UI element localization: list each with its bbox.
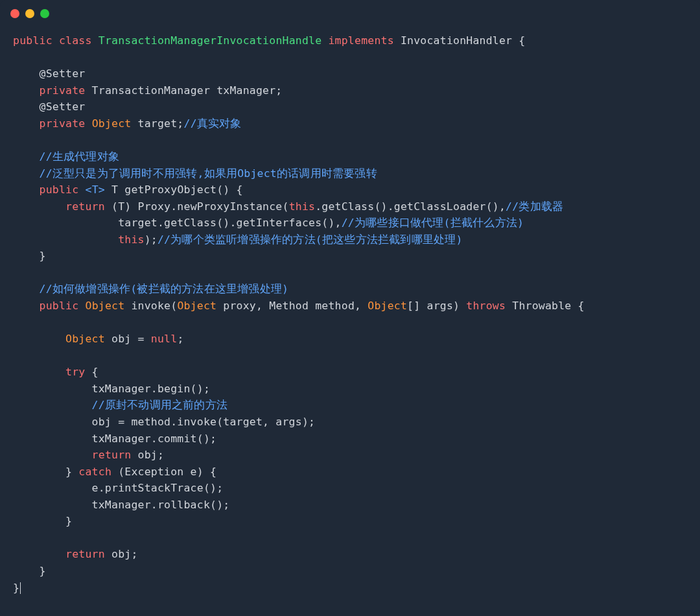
code-line	[13, 49, 687, 66]
code-token	[78, 184, 85, 196]
code-line: }	[13, 580, 687, 597]
code-token: <T>	[86, 184, 105, 196]
code-line: //如何做增强操作(被拦截的方法在这里增强处理)	[13, 281, 687, 298]
code-token: Object	[86, 300, 125, 312]
code-token	[13, 200, 65, 213]
code-token: //为哪个类监听增强操作的方法(把这些方法拦截到哪里处理)	[158, 233, 463, 246]
code-token	[13, 233, 118, 246]
code-token: T getProxyObject() {	[105, 184, 243, 196]
code-token	[13, 84, 40, 97]
code-token: //生成代理对象	[40, 150, 119, 163]
code-token: txManager.begin();	[13, 383, 210, 395]
code-line	[13, 314, 687, 331]
code-token: }	[13, 515, 72, 527]
code-token	[13, 333, 65, 345]
code-token: .getClass().getClassLoader(),	[315, 200, 506, 213]
code-line: return obj;	[13, 447, 687, 464]
code-token: this	[118, 233, 145, 246]
code-editor[interactable]: public class TransactionManagerInvocatio…	[0, 27, 700, 609]
code-line	[13, 530, 687, 547]
code-token: try	[65, 366, 85, 378]
code-token: );	[145, 233, 158, 246]
code-token: }	[13, 250, 46, 262]
maximize-icon[interactable]	[40, 9, 49, 18]
code-line: }	[13, 513, 687, 530]
code-token: @Setter	[13, 67, 85, 80]
code-token: e.printStackTrace();	[13, 482, 223, 494]
code-token: [] args)	[407, 300, 466, 312]
code-token: throws	[466, 300, 506, 312]
code-token	[13, 117, 40, 130]
code-line: }	[13, 248, 687, 265]
code-token: null	[151, 333, 178, 345]
code-token: }	[13, 582, 19, 594]
code-token: obj = method.invoke(target, args);	[13, 416, 315, 428]
code-line: private TransactionManager txManager;	[13, 82, 687, 99]
code-line: obj = method.invoke(target, args);	[13, 414, 687, 431]
code-token	[13, 167, 40, 180]
code-token: proxy, Method method,	[216, 300, 368, 312]
code-token: TransactionManagerInvocationHandle	[99, 34, 322, 47]
code-line	[13, 348, 687, 364]
code-token	[78, 300, 85, 312]
code-token	[13, 399, 92, 411]
code-token	[13, 300, 40, 312]
code-token: invoke(	[124, 300, 177, 312]
close-icon[interactable]	[10, 9, 19, 18]
code-token: //泛型只是为了调用时不用强转,如果用Object的话调用时需要强转	[40, 167, 377, 180]
code-token: txManager.rollback();	[13, 499, 229, 511]
minimize-icon[interactable]	[25, 9, 34, 18]
code-token: implements	[328, 34, 393, 47]
code-token: return	[92, 449, 132, 461]
titlebar	[0, 0, 700, 27]
code-token: target;	[131, 117, 183, 130]
code-token: Object	[92, 117, 132, 130]
code-token: Object	[177, 300, 216, 312]
code-token	[13, 548, 65, 560]
code-line: Object obj = null;	[13, 331, 687, 348]
code-line: txManager.begin();	[13, 381, 687, 397]
code-token	[321, 34, 328, 47]
code-line: public Object invoke(Object proxy, Metho…	[13, 298, 687, 314]
code-line: txManager.commit();	[13, 431, 687, 447]
code-token: txManager.commit();	[13, 432, 216, 445]
code-token: }	[13, 565, 46, 577]
code-token: private	[40, 117, 86, 130]
code-token: public	[13, 34, 52, 47]
code-token: //真实对象	[184, 117, 242, 130]
code-token: }	[13, 466, 78, 478]
code-line: private Object target;//真实对象	[13, 115, 687, 132]
code-line: return (T) Proxy.newProxyInstance(this.g…	[13, 198, 687, 215]
code-line: txManager.rollback();	[13, 497, 687, 514]
code-token: TransactionManager txManager;	[85, 84, 282, 97]
code-line: //泛型只是为了调用时不用强转,如果用Object的话调用时需要强转	[13, 165, 687, 182]
code-line: //生成代理对象	[13, 148, 687, 165]
code-token	[13, 150, 40, 163]
code-line: return obj;	[13, 546, 687, 563]
code-line	[13, 132, 687, 148]
code-token	[13, 366, 65, 378]
code-token: //为哪些接口做代理(拦截什么方法)	[342, 217, 524, 229]
code-token: ;	[177, 333, 183, 345]
code-token: {	[85, 366, 98, 378]
code-token: (T) Proxy.newProxyInstance(	[105, 200, 289, 213]
code-line: }	[13, 563, 687, 580]
code-token: Object	[65, 333, 105, 345]
code-line: public <T> T getProxyObject() {	[13, 182, 687, 198]
code-line	[13, 265, 687, 281]
code-token: class	[59, 34, 92, 47]
code-token: Object	[368, 300, 407, 312]
code-token: obj =	[105, 333, 151, 345]
code-token: Throwable {	[506, 300, 585, 312]
code-token: public	[40, 184, 79, 196]
code-window: public class TransactionManagerInvocatio…	[0, 0, 700, 616]
code-token: //类加载器	[506, 200, 563, 213]
code-token: obj;	[105, 548, 138, 560]
code-token: (Exception e) {	[111, 466, 216, 478]
code-token: obj;	[131, 449, 164, 461]
code-token	[13, 283, 40, 295]
code-token: //如何做增强操作(被拦截的方法在这里增强处理)	[40, 283, 289, 295]
code-line: e.printStackTrace();	[13, 480, 687, 497]
code-token	[13, 449, 92, 461]
code-line: public class TransactionManagerInvocatio…	[13, 32, 687, 49]
